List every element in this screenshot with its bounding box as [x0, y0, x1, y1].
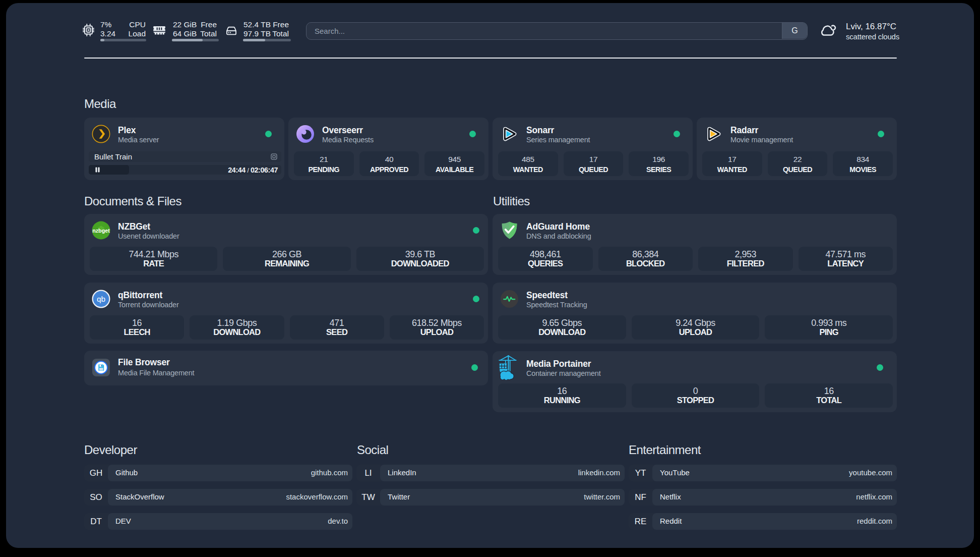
svg-text:nzbget: nzbget [92, 228, 110, 234]
svg-text:qb: qb [97, 295, 105, 303]
